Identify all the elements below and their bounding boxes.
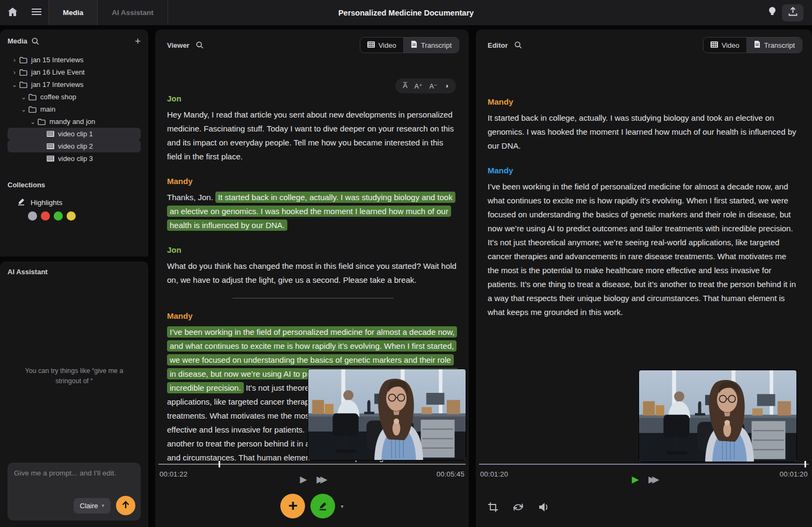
highlight-button[interactable] (310, 494, 335, 518)
viewer-transcript-tab[interactable]: Transcript (403, 38, 459, 53)
viewer-play-button[interactable]: ▶ (300, 475, 307, 484)
folder-icon (19, 69, 27, 76)
volume-button[interactable] (538, 502, 550, 514)
folder-icon (38, 119, 46, 125)
editor-transcript-tab-label: Transcript (764, 41, 795, 49)
tree-folder-jan-16-live-event[interactable]: ›jan 16 Live Event (8, 66, 141, 78)
chevron-down-icon[interactable]: ⌄ (20, 106, 27, 113)
transcript-paragraph[interactable]: Hey Mandy, I read that article you sent … (167, 108, 459, 164)
editor-video-preview[interactable] (639, 370, 796, 462)
tree-clip-video-clip-1[interactable]: video clip 1 (8, 128, 141, 140)
add-media-button[interactable]: + (135, 36, 141, 46)
transcript-text[interactable]: I’ve been working in the field of person… (488, 182, 796, 317)
highlight-options-caret[interactable]: ▾ (340, 503, 343, 509)
tree-folder-mandy-and-jon[interactable]: ⌄mandy and jon (8, 115, 141, 128)
editor-video-tab[interactable]: Video (704, 38, 746, 53)
speaker-label: Jon (167, 92, 459, 106)
highlight-color-dot-0[interactable] (28, 211, 37, 221)
transcript-text[interactable]: Thanks, Jon. (167, 193, 215, 202)
film-icon (367, 41, 375, 49)
transcript-paragraph[interactable]: Thanks, Jon. It started back in college,… (167, 191, 459, 232)
speaker-label: Mandy (488, 164, 799, 178)
tab-media[interactable]: Media (49, 0, 97, 25)
ai-assistant-panel: AI Assistant You can try things like “gi… (0, 261, 148, 527)
arrow-up-icon (121, 501, 130, 511)
editor-timeline-track (479, 464, 809, 465)
collection-highlights[interactable]: Highlights (17, 197, 141, 207)
ai-panel-title: AI Assistant (8, 268, 48, 276)
video-frame-lab-scene (639, 370, 796, 462)
viewer-video-tab-label: Video (379, 41, 396, 49)
send-prompt-button[interactable] (116, 496, 135, 515)
home-button[interactable] (0, 0, 25, 25)
viewer-panel: Viewer Video Transcript A̅ A⁺ A⁻ ◑ JonHe (155, 30, 469, 527)
document-icon (411, 41, 417, 49)
viewer-video-preview[interactable] (308, 369, 466, 460)
chevron-down-icon[interactable]: ⌄ (29, 118, 37, 126)
menu-button[interactable] (25, 0, 48, 25)
folder-icon (28, 106, 37, 113)
speaker-label: Mandy (167, 174, 459, 188)
media-search-icon[interactable] (32, 38, 39, 45)
highlighter-icon (17, 197, 25, 207)
caret-down-icon: ▾ (102, 503, 104, 508)
top-bar: Media AI Assistant Personalized Medicine… (0, 0, 812, 25)
film-icon (47, 143, 54, 149)
crop-button[interactable] (488, 502, 498, 514)
tree-item-label: jan 16 Live Event (31, 68, 85, 76)
collections-title: Collections (8, 181, 45, 189)
highlight-color-dot-3[interactable] (67, 211, 76, 221)
editor-transcript[interactable]: MandyIt started back in college, actuall… (488, 84, 799, 319)
transcript-paragraph[interactable]: I’ve been working in the field of person… (488, 180, 799, 319)
chevron-down-icon[interactable]: ⌄ (20, 93, 27, 101)
editor-fast-forward-button[interactable]: ▶▶ (648, 475, 656, 484)
voice-select-button[interactable]: Claire ▾ (74, 498, 111, 514)
tree-item-label: video clip 2 (58, 142, 93, 150)
editor-play-button[interactable]: ▶ (632, 475, 639, 484)
tips-button[interactable] (768, 6, 777, 19)
transcript-text[interactable]: What do you think has changed the most i… (167, 261, 456, 284)
lightbulb-icon (768, 6, 777, 19)
tree-item-label: main (40, 105, 55, 113)
cycle-arrows-icon (512, 502, 524, 514)
folder-icon (19, 82, 27, 88)
editor-search-icon[interactable] (514, 41, 522, 49)
tree-folder-main[interactable]: ⌄main (8, 103, 141, 115)
editor-transcript-tab[interactable]: Transcript (746, 38, 802, 53)
chevron-right-icon[interactable]: › (11, 56, 18, 64)
tree-item-label: jan 17 Interviews (31, 80, 84, 89)
highlights-label: Highlights (31, 199, 62, 207)
highlight-color-dot-2[interactable] (54, 211, 63, 221)
viewer-video-tab[interactable]: Video (360, 38, 403, 53)
editor-timeline[interactable] (479, 461, 809, 467)
tab-ai-assistant[interactable]: AI Assistant (98, 0, 168, 25)
export-button[interactable] (782, 4, 803, 21)
tree-item-label: jan 15 Interviews (31, 56, 84, 64)
ai-prompt-input[interactable] (14, 469, 134, 491)
hamburger-icon (32, 9, 41, 17)
divider (168, 0, 168, 25)
tree-folder-jan-17-interviews[interactable]: ⌄jan 17 Interviews (8, 78, 141, 91)
editor-view-toggle: Video Transcript (703, 37, 802, 53)
chevron-down-icon[interactable]: ⌄ (11, 81, 18, 89)
tree-folder-coffee-shop[interactable]: ⌄coffee shop (8, 91, 141, 103)
viewer-timeline[interactable] (158, 461, 466, 467)
viewer-playhead[interactable] (219, 461, 220, 467)
highlight-color-dot-1[interactable] (41, 211, 50, 221)
tree-clip-video-clip-3[interactable]: video clip 3 (8, 152, 141, 165)
transcript-text[interactable]: Hey Mandy, I read that article you sent … (167, 110, 454, 161)
viewer-search-icon[interactable] (196, 41, 204, 49)
speaker-label: Mandy (488, 95, 799, 109)
tree-folder-jan-15-interviews[interactable]: ›jan 15 Interviews (8, 54, 141, 66)
editor-video-tab-label: Video (722, 41, 740, 49)
transcript-text[interactable]: It started back in college, actually. I … (488, 113, 796, 150)
editor-playhead[interactable] (804, 461, 806, 467)
home-icon (8, 8, 17, 18)
add-to-edit-button[interactable]: + (280, 494, 305, 518)
replace-button[interactable] (512, 502, 524, 514)
tree-clip-video-clip-2[interactable]: video clip 2 (8, 140, 141, 152)
transcript-paragraph[interactable]: What do you think has changed the most i… (167, 259, 459, 287)
chevron-right-icon[interactable]: › (11, 69, 18, 76)
transcript-paragraph[interactable]: It started back in college, actually. I … (488, 111, 799, 153)
viewer-fast-forward-button[interactable]: ▶▶ (316, 475, 324, 484)
